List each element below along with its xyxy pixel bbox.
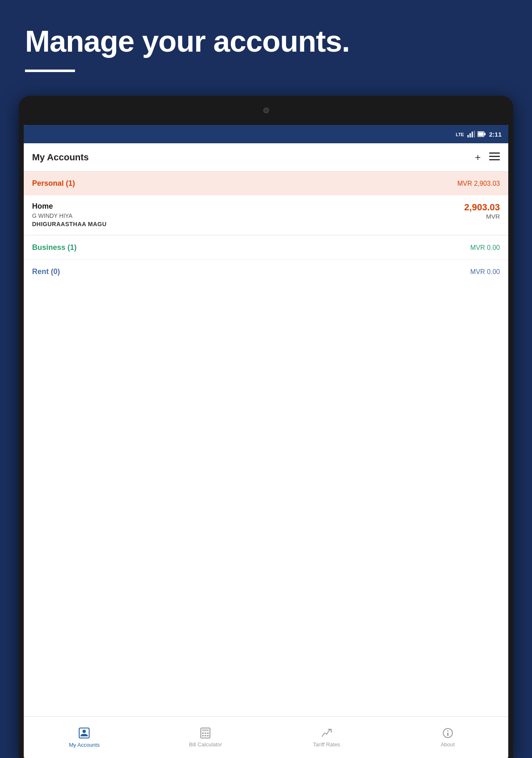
account-item-home[interactable]: Home G WINDY HIYA DHIGURAASTHAA MAGU 2,9…	[24, 195, 508, 235]
svg-rect-17	[207, 733, 209, 734]
add-account-button[interactable]: +	[475, 152, 481, 163]
nav-about[interactable]: About	[387, 727, 508, 748]
content-area: Personal (1) MVR 2,903.03 Home G WINDY H…	[24, 172, 508, 716]
rent-amount: MVR 0.00	[470, 268, 500, 276]
svg-rect-10	[489, 159, 500, 160]
account-sub1: G WINDY HIYA	[32, 212, 107, 219]
svg-point-12	[82, 730, 86, 733]
status-icons: LTE	[456, 131, 486, 137]
business-amount: MVR 0.00	[470, 244, 500, 252]
svg-text:LTE: LTE	[456, 132, 464, 137]
svg-rect-3	[472, 132, 473, 137]
tablet-screen: LTE 2:11 My Accounts	[24, 125, 508, 758]
personal-amount: MVR 2,903.03	[457, 180, 500, 187]
category-rent[interactable]: Rent (0) MVR 0.00	[24, 259, 508, 284]
my-accounts-icon	[78, 727, 90, 739]
svg-rect-7	[478, 132, 483, 136]
svg-rect-20	[207, 735, 209, 736]
page-title-underline	[25, 70, 75, 72]
nav-bill-calculator-label: Bill Calculator	[189, 741, 222, 748]
tablet-camera	[263, 107, 269, 113]
tablet-top-bar	[19, 96, 513, 125]
personal-label: Personal (1)	[32, 179, 75, 188]
app-header-actions: +	[475, 152, 500, 163]
account-info-home: Home G WINDY HIYA DHIGURAASTHAA MAGU	[32, 202, 107, 227]
menu-button[interactable]	[489, 152, 500, 163]
svg-rect-4	[474, 131, 475, 137]
bottom-nav: My Accounts Bill Calculator	[24, 716, 508, 758]
svg-rect-2	[470, 133, 471, 137]
svg-rect-8	[489, 152, 500, 154]
svg-rect-19	[205, 735, 206, 736]
about-icon	[442, 727, 454, 739]
account-sub2: DHIGURAASTHAA MAGU	[32, 221, 107, 227]
status-bar: LTE 2:11	[24, 125, 508, 143]
svg-rect-16	[205, 733, 206, 734]
menu-icon	[489, 152, 500, 161]
category-business[interactable]: Business (1) MVR 0.00	[24, 235, 508, 259]
signal-icon	[467, 131, 475, 137]
nav-bill-calculator[interactable]: Bill Calculator	[145, 727, 266, 748]
lte-signal-icon: LTE	[456, 131, 465, 137]
svg-rect-23	[447, 733, 448, 736]
svg-rect-14	[202, 729, 209, 731]
rent-label: Rent (0)	[32, 267, 60, 276]
nav-my-accounts[interactable]: My Accounts	[24, 727, 145, 748]
svg-point-22	[447, 731, 448, 732]
business-label: Business (1)	[32, 243, 77, 252]
bill-calculator-icon	[200, 727, 211, 739]
battery-icon	[477, 131, 486, 137]
account-name: Home	[32, 202, 107, 211]
tariff-rates-icon	[321, 727, 332, 739]
svg-rect-6	[484, 133, 485, 135]
svg-rect-15	[202, 733, 204, 734]
nav-tariff-rates-label: Tariff Rates	[313, 741, 340, 748]
account-balance-value: 2,903.03	[464, 202, 500, 213]
account-balance-area: 2,903.03 MVR	[464, 202, 500, 220]
app-header: My Accounts +	[24, 143, 508, 172]
page-title: Manage your accounts.	[25, 25, 507, 58]
category-personal[interactable]: Personal (1) MVR 2,903.03	[24, 172, 508, 195]
page-header: Manage your accounts.	[0, 0, 532, 89]
svg-rect-18	[202, 735, 204, 736]
status-time: 2:11	[489, 131, 502, 138]
svg-rect-9	[489, 156, 500, 157]
nav-my-accounts-label: My Accounts	[69, 742, 100, 748]
svg-rect-1	[467, 135, 469, 137]
tablet-frame: LTE 2:11 My Accounts	[19, 96, 513, 758]
account-balance-currency: MVR	[464, 213, 500, 220]
nav-tariff-rates[interactable]: Tariff Rates	[266, 727, 387, 748]
app-header-title: My Accounts	[32, 152, 89, 163]
nav-about-label: About	[441, 741, 455, 748]
